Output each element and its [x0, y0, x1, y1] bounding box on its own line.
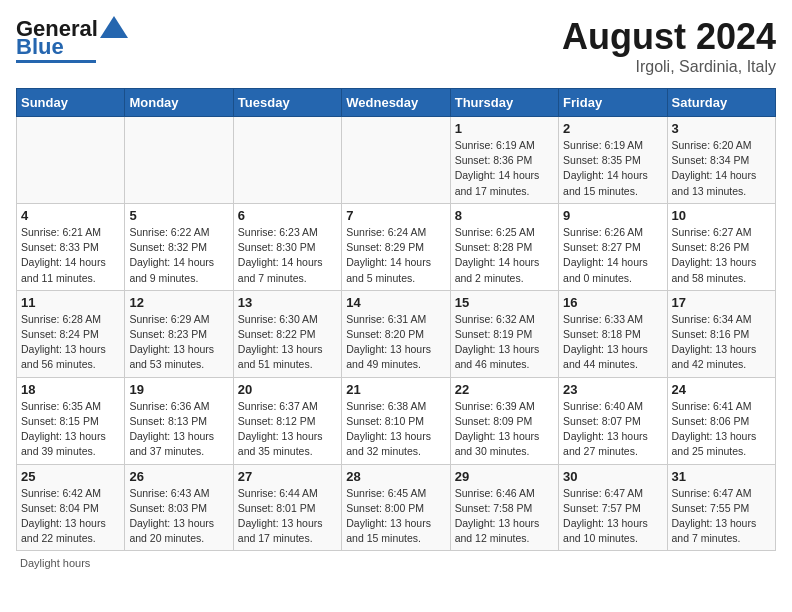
day-info: Sunrise: 6:44 AM Sunset: 8:01 PM Dayligh… [238, 486, 337, 547]
day-info: Sunrise: 6:25 AM Sunset: 8:28 PM Dayligh… [455, 225, 554, 286]
day-info: Sunrise: 6:30 AM Sunset: 8:22 PM Dayligh… [238, 312, 337, 373]
calendar-day-cell: 2Sunrise: 6:19 AM Sunset: 8:35 PM Daylig… [559, 117, 667, 204]
calendar-table: SundayMondayTuesdayWednesdayThursdayFrid… [16, 88, 776, 551]
day-number: 9 [563, 208, 662, 223]
calendar-day-cell: 9Sunrise: 6:26 AM Sunset: 8:27 PM Daylig… [559, 203, 667, 290]
day-number: 31 [672, 469, 771, 484]
day-info: Sunrise: 6:35 AM Sunset: 8:15 PM Dayligh… [21, 399, 120, 460]
day-info: Sunrise: 6:45 AM Sunset: 8:00 PM Dayligh… [346, 486, 445, 547]
calendar-day-cell [125, 117, 233, 204]
calendar-week-row: 25Sunrise: 6:42 AM Sunset: 8:04 PM Dayli… [17, 464, 776, 551]
day-info: Sunrise: 6:33 AM Sunset: 8:18 PM Dayligh… [563, 312, 662, 373]
day-info: Sunrise: 6:19 AM Sunset: 8:35 PM Dayligh… [563, 138, 662, 199]
calendar-day-cell: 31Sunrise: 6:47 AM Sunset: 7:55 PM Dayli… [667, 464, 775, 551]
calendar-week-row: 4Sunrise: 6:21 AM Sunset: 8:33 PM Daylig… [17, 203, 776, 290]
logo-triangle-icon [100, 16, 128, 38]
calendar-day-cell: 22Sunrise: 6:39 AM Sunset: 8:09 PM Dayli… [450, 377, 558, 464]
day-info: Sunrise: 6:27 AM Sunset: 8:26 PM Dayligh… [672, 225, 771, 286]
calendar-week-row: 1Sunrise: 6:19 AM Sunset: 8:36 PM Daylig… [17, 117, 776, 204]
day-info: Sunrise: 6:46 AM Sunset: 7:58 PM Dayligh… [455, 486, 554, 547]
day-info: Sunrise: 6:37 AM Sunset: 8:12 PM Dayligh… [238, 399, 337, 460]
calendar-day-header: Saturday [667, 89, 775, 117]
day-number: 13 [238, 295, 337, 310]
page-header: General Blue August 2024 Irgoli, Sardini… [16, 16, 776, 76]
footer-daylight-label: Daylight hours [16, 557, 776, 569]
day-info: Sunrise: 6:31 AM Sunset: 8:20 PM Dayligh… [346, 312, 445, 373]
calendar-day-cell: 11Sunrise: 6:28 AM Sunset: 8:24 PM Dayli… [17, 290, 125, 377]
day-number: 3 [672, 121, 771, 136]
day-info: Sunrise: 6:24 AM Sunset: 8:29 PM Dayligh… [346, 225, 445, 286]
day-info: Sunrise: 6:26 AM Sunset: 8:27 PM Dayligh… [563, 225, 662, 286]
day-info: Sunrise: 6:47 AM Sunset: 7:57 PM Dayligh… [563, 486, 662, 547]
day-info: Sunrise: 6:47 AM Sunset: 7:55 PM Dayligh… [672, 486, 771, 547]
calendar-day-cell: 28Sunrise: 6:45 AM Sunset: 8:00 PM Dayli… [342, 464, 450, 551]
calendar-day-cell: 23Sunrise: 6:40 AM Sunset: 8:07 PM Dayli… [559, 377, 667, 464]
day-number: 28 [346, 469, 445, 484]
calendar-day-cell: 5Sunrise: 6:22 AM Sunset: 8:32 PM Daylig… [125, 203, 233, 290]
calendar-day-cell: 15Sunrise: 6:32 AM Sunset: 8:19 PM Dayli… [450, 290, 558, 377]
day-number: 25 [21, 469, 120, 484]
day-number: 8 [455, 208, 554, 223]
day-info: Sunrise: 6:36 AM Sunset: 8:13 PM Dayligh… [129, 399, 228, 460]
calendar-day-header: Wednesday [342, 89, 450, 117]
calendar-day-cell: 10Sunrise: 6:27 AM Sunset: 8:26 PM Dayli… [667, 203, 775, 290]
calendar-day-cell: 1Sunrise: 6:19 AM Sunset: 8:36 PM Daylig… [450, 117, 558, 204]
day-number: 6 [238, 208, 337, 223]
day-number: 17 [672, 295, 771, 310]
day-number: 15 [455, 295, 554, 310]
calendar-day-cell [342, 117, 450, 204]
day-info: Sunrise: 6:22 AM Sunset: 8:32 PM Dayligh… [129, 225, 228, 286]
day-info: Sunrise: 6:42 AM Sunset: 8:04 PM Dayligh… [21, 486, 120, 547]
calendar-day-header: Tuesday [233, 89, 341, 117]
day-info: Sunrise: 6:34 AM Sunset: 8:16 PM Dayligh… [672, 312, 771, 373]
day-number: 26 [129, 469, 228, 484]
day-number: 4 [21, 208, 120, 223]
day-info: Sunrise: 6:20 AM Sunset: 8:34 PM Dayligh… [672, 138, 771, 199]
svg-marker-0 [100, 16, 128, 38]
calendar-day-cell: 18Sunrise: 6:35 AM Sunset: 8:15 PM Dayli… [17, 377, 125, 464]
calendar-day-cell: 4Sunrise: 6:21 AM Sunset: 8:33 PM Daylig… [17, 203, 125, 290]
calendar-day-header: Monday [125, 89, 233, 117]
calendar-day-cell: 26Sunrise: 6:43 AM Sunset: 8:03 PM Dayli… [125, 464, 233, 551]
day-number: 18 [21, 382, 120, 397]
day-info: Sunrise: 6:29 AM Sunset: 8:23 PM Dayligh… [129, 312, 228, 373]
day-number: 19 [129, 382, 228, 397]
calendar-day-cell: 25Sunrise: 6:42 AM Sunset: 8:04 PM Dayli… [17, 464, 125, 551]
day-info: Sunrise: 6:43 AM Sunset: 8:03 PM Dayligh… [129, 486, 228, 547]
logo-blue-text: Blue [16, 36, 64, 58]
day-info: Sunrise: 6:21 AM Sunset: 8:33 PM Dayligh… [21, 225, 120, 286]
title-area: August 2024 Irgoli, Sardinia, Italy [562, 16, 776, 76]
calendar-day-cell: 17Sunrise: 6:34 AM Sunset: 8:16 PM Dayli… [667, 290, 775, 377]
calendar-header-row: SundayMondayTuesdayWednesdayThursdayFrid… [17, 89, 776, 117]
day-number: 7 [346, 208, 445, 223]
day-number: 22 [455, 382, 554, 397]
day-info: Sunrise: 6:19 AM Sunset: 8:36 PM Dayligh… [455, 138, 554, 199]
calendar-week-row: 18Sunrise: 6:35 AM Sunset: 8:15 PM Dayli… [17, 377, 776, 464]
day-number: 1 [455, 121, 554, 136]
day-info: Sunrise: 6:41 AM Sunset: 8:06 PM Dayligh… [672, 399, 771, 460]
day-number: 21 [346, 382, 445, 397]
day-info: Sunrise: 6:40 AM Sunset: 8:07 PM Dayligh… [563, 399, 662, 460]
day-number: 2 [563, 121, 662, 136]
day-number: 29 [455, 469, 554, 484]
calendar-day-cell: 7Sunrise: 6:24 AM Sunset: 8:29 PM Daylig… [342, 203, 450, 290]
day-number: 20 [238, 382, 337, 397]
calendar-day-cell [17, 117, 125, 204]
day-number: 24 [672, 382, 771, 397]
day-info: Sunrise: 6:23 AM Sunset: 8:30 PM Dayligh… [238, 225, 337, 286]
day-info: Sunrise: 6:28 AM Sunset: 8:24 PM Dayligh… [21, 312, 120, 373]
day-number: 11 [21, 295, 120, 310]
calendar-day-cell: 20Sunrise: 6:37 AM Sunset: 8:12 PM Dayli… [233, 377, 341, 464]
calendar-day-cell: 30Sunrise: 6:47 AM Sunset: 7:57 PM Dayli… [559, 464, 667, 551]
calendar-day-cell: 12Sunrise: 6:29 AM Sunset: 8:23 PM Dayli… [125, 290, 233, 377]
day-info: Sunrise: 6:38 AM Sunset: 8:10 PM Dayligh… [346, 399, 445, 460]
calendar-day-header: Sunday [17, 89, 125, 117]
calendar-day-cell: 8Sunrise: 6:25 AM Sunset: 8:28 PM Daylig… [450, 203, 558, 290]
calendar-day-header: Friday [559, 89, 667, 117]
day-number: 27 [238, 469, 337, 484]
calendar-day-cell: 13Sunrise: 6:30 AM Sunset: 8:22 PM Dayli… [233, 290, 341, 377]
calendar-day-cell: 27Sunrise: 6:44 AM Sunset: 8:01 PM Dayli… [233, 464, 341, 551]
day-number: 16 [563, 295, 662, 310]
logo-underline [16, 60, 96, 63]
calendar-day-cell: 3Sunrise: 6:20 AM Sunset: 8:34 PM Daylig… [667, 117, 775, 204]
